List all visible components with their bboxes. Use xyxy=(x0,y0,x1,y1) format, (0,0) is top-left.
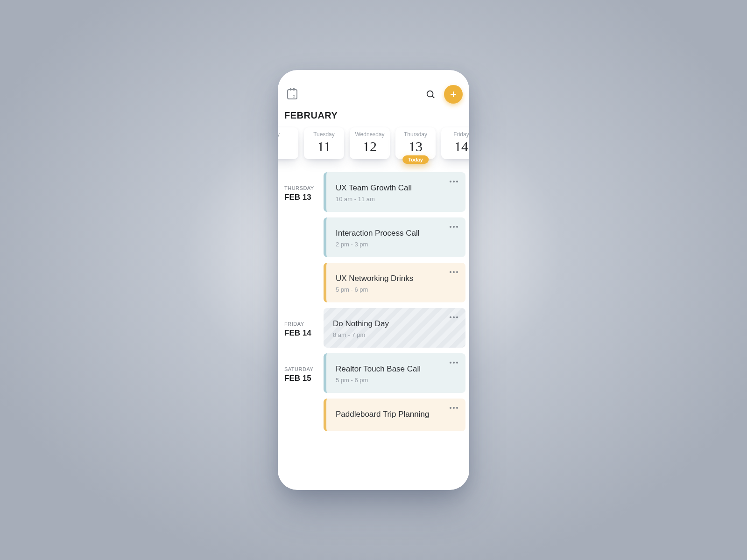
day-label-date: FEB 15 xyxy=(284,374,318,383)
date-card[interactable]: Friday 14 xyxy=(441,127,469,159)
day-label: FRIDAY FEB 14 xyxy=(284,305,318,338)
day-label-date: FEB 14 xyxy=(284,329,318,338)
day-label-dow: FRIDAY xyxy=(284,321,318,327)
event-time: 5 pm - 6 pm xyxy=(336,377,458,384)
date-card[interactable]: y xyxy=(278,127,298,159)
date-card-dow: y xyxy=(278,131,296,138)
search-icon xyxy=(425,89,436,99)
date-card-dow: Thursday xyxy=(397,131,434,138)
event-card[interactable]: UX Networking Drinks 5 pm - 6 pm xyxy=(324,263,465,302)
calendar-icon[interactable] xyxy=(284,86,300,102)
date-card[interactable]: Wednesday 12 xyxy=(350,127,390,159)
event-title: Do Nothing Day xyxy=(333,319,458,329)
event-card[interactable]: Paddleboard Trip Planning xyxy=(324,399,465,431)
events: UX Team Growth Call 10 am - 11 am Intera… xyxy=(324,169,465,305)
topbar xyxy=(278,70,469,107)
events: Realtor Touch Base Call 5 pm - 6 pm Padd… xyxy=(324,350,465,434)
event-time: 10 am - 11 am xyxy=(336,196,458,203)
svg-line-1 xyxy=(432,96,434,98)
day-label-dow: SATURDAY xyxy=(284,366,318,372)
day-block: SATURDAY FEB 15 Realtor Touch Base Call … xyxy=(284,350,465,434)
date-strip[interactable]: y Tuesday 11 Wednesday 12 Thursday 13 To… xyxy=(278,127,469,169)
day-label-dow: THURSDAY xyxy=(284,185,318,191)
event-title: Interaction Process Call xyxy=(336,229,458,238)
date-card-num: 13 xyxy=(397,139,434,154)
agenda-list[interactable]: THURSDAY FEB 13 UX Team Growth Call 10 a… xyxy=(278,169,469,490)
day-label: SATURDAY FEB 15 xyxy=(284,350,318,383)
date-card-num: 14 xyxy=(443,139,469,154)
event-card[interactable]: Interaction Process Call 2 pm - 3 pm xyxy=(324,217,465,257)
event-card[interactable]: UX Team Growth Call 10 am - 11 am xyxy=(324,172,465,212)
date-card-num: 11 xyxy=(306,139,342,154)
phone-frame: FEBRUARY y Tuesday 11 Wednesday 12 Thurs… xyxy=(278,70,469,490)
date-card-today[interactable]: Thursday 13 Today xyxy=(395,127,436,159)
search-button[interactable] xyxy=(423,86,438,102)
event-title: Realtor Touch Base Call xyxy=(336,364,458,374)
day-block: FRIDAY FEB 14 Do Nothing Day 8 am - 7 pm xyxy=(284,305,465,350)
date-card-dow: Friday xyxy=(443,131,469,138)
svg-point-0 xyxy=(427,91,433,97)
today-badge: Today xyxy=(402,155,429,164)
date-card[interactable]: Tuesday 11 xyxy=(304,127,344,159)
events: Do Nothing Day 8 am - 7 pm xyxy=(324,305,465,350)
add-button[interactable] xyxy=(444,85,463,104)
event-card[interactable]: Realtor Touch Base Call 5 pm - 6 pm xyxy=(324,353,465,393)
date-card-num: 12 xyxy=(352,139,388,154)
date-card-dow: Wednesday xyxy=(352,131,388,138)
event-time: 8 am - 7 pm xyxy=(333,331,458,338)
event-title: UX Networking Drinks xyxy=(336,274,458,283)
event-more-button[interactable] xyxy=(448,222,460,231)
event-title: UX Team Growth Call xyxy=(336,183,458,193)
event-time: 5 pm - 6 pm xyxy=(336,286,458,293)
event-card[interactable]: Do Nothing Day 8 am - 7 pm xyxy=(324,308,465,348)
month-title: FEBRUARY xyxy=(278,107,469,127)
event-more-button[interactable] xyxy=(448,313,460,322)
event-more-button[interactable] xyxy=(448,403,460,413)
event-more-button[interactable] xyxy=(448,267,460,277)
day-block: THURSDAY FEB 13 UX Team Growth Call 10 a… xyxy=(284,169,465,305)
event-more-button[interactable] xyxy=(448,358,460,367)
day-label: THURSDAY FEB 13 xyxy=(284,169,318,202)
date-card-dow: Tuesday xyxy=(306,131,342,138)
day-label-date: FEB 13 xyxy=(284,193,318,202)
event-title: Paddleboard Trip Planning xyxy=(336,410,458,419)
event-time: 2 pm - 3 pm xyxy=(336,241,458,248)
plus-icon xyxy=(449,90,458,99)
event-more-button[interactable] xyxy=(448,177,460,186)
